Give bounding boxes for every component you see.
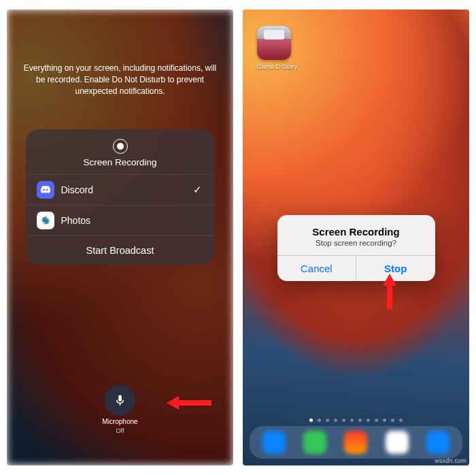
home-screen: Game D Story Screen Recording Stop scree… (243, 10, 469, 465)
dock-app[interactable] (386, 431, 409, 454)
page-dot (358, 419, 362, 422)
alert-message: Stop screen recording? (288, 239, 424, 247)
start-broadcast-button[interactable]: Start Broadcast (26, 235, 215, 265)
dock-app[interactable] (344, 431, 367, 454)
screenshot-stop-alert: Game D Story Screen Recording Stop scree… (243, 10, 469, 465)
option-label: Photos (61, 215, 185, 226)
page-indicator[interactable] (243, 419, 469, 422)
broadcast-overlay: Everything on your screen, including not… (7, 10, 233, 465)
checkmark-icon: ✓ (192, 184, 204, 196)
stop-recording-alert: Screen Recording Stop screen recording? … (277, 215, 435, 281)
page-dot (342, 419, 345, 422)
dock-app[interactable] (426, 431, 449, 454)
page-dot (383, 419, 386, 422)
page-dot (334, 419, 337, 422)
app-tile (257, 26, 291, 60)
microphone-label: Microphone (102, 418, 137, 425)
dock (250, 426, 462, 459)
annotation-arrow-stop (383, 274, 396, 309)
dock-app[interactable] (262, 431, 286, 454)
record-icon (113, 139, 128, 154)
app-label: Game D Story (256, 63, 292, 70)
broadcast-target-photos[interactable]: Photos (26, 205, 215, 235)
page-dot (391, 419, 394, 422)
card-title: Screen Recording (26, 157, 215, 167)
microphone-icon (114, 394, 126, 407)
page-dot (399, 419, 403, 422)
dock-app[interactable] (303, 431, 326, 454)
card-header: Screen Recording (26, 129, 215, 174)
recording-disclaimer: Everything on your screen, including not… (19, 63, 221, 97)
alert-actions: Cancel Stop (277, 255, 435, 281)
option-label: Discord (61, 184, 185, 195)
page-dot (375, 419, 378, 422)
broadcast-target-discord[interactable]: Discord ✓ (26, 174, 215, 205)
page-dot (309, 419, 313, 422)
start-broadcast-label: Start Broadcast (86, 245, 154, 256)
annotation-arrow-microphone (167, 396, 211, 410)
page-dot (367, 419, 370, 422)
app-icon-game-dev-story[interactable]: Game D Story (256, 26, 292, 70)
watermark: wsxdn.com (435, 457, 466, 464)
cancel-button[interactable]: Cancel (277, 256, 356, 281)
alert-body: Screen Recording Stop screen recording? (277, 215, 435, 255)
photos-icon (37, 212, 54, 229)
screen-recording-card: Screen Recording Discord ✓ Photos Start … (26, 129, 215, 265)
page-dot (326, 419, 329, 422)
screenshot-broadcast-picker: Everything on your screen, including not… (7, 10, 233, 465)
discord-icon (37, 181, 54, 199)
microphone-toggle-button[interactable] (104, 384, 135, 416)
alert-title: Screen Recording (288, 226, 424, 238)
page-dot (350, 419, 354, 422)
microphone-state: Off (116, 427, 124, 434)
microphone-control: Microphone Off (102, 384, 137, 434)
page-dot (318, 419, 321, 422)
